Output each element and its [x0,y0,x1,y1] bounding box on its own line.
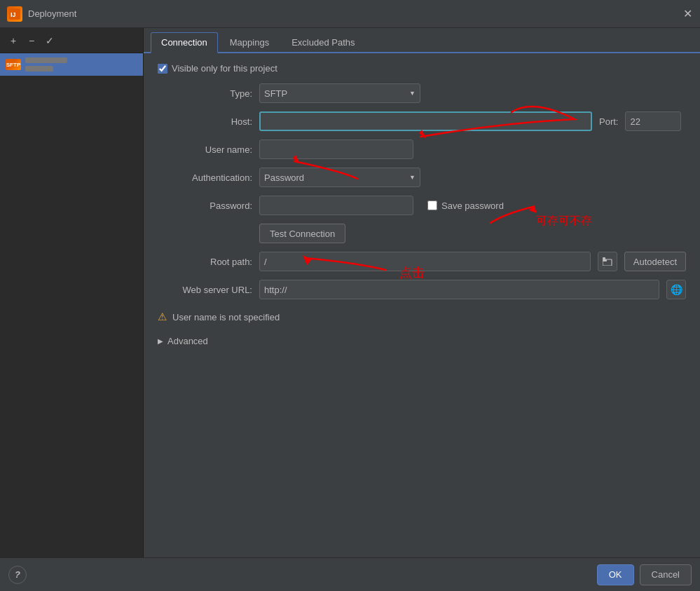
tab-connection[interactable]: Connection [151,32,218,53]
root-path-input[interactable] [259,252,591,271]
root-path-row: Root path: Autodetect [158,252,686,271]
auth-select[interactable]: Password Key pair (OpenSSH or PuTTY) Ope… [259,168,420,187]
type-row: Type: SFTP FTP FTPS Local or mounted fol… [158,83,686,103]
cancel-button[interactable]: Cancel [640,564,692,585]
svg-text:IJ: IJ [11,11,16,18]
username-input[interactable] [259,140,413,159]
ok-button[interactable]: OK [597,564,634,585]
svg-rect-4 [603,257,605,259]
add-button[interactable]: + [6,33,21,48]
host-row: Host: Port: [158,111,686,131]
close-button[interactable]: ✕ [682,8,693,20]
save-password-checkbox[interactable] [427,201,437,210]
advanced-row[interactable]: ▶ Advanced [158,333,686,349]
host-label: Host: [158,116,252,127]
autodetect-button[interactable]: Autodetect [624,252,686,271]
warning-icon: ⚠ [158,311,167,323]
test-connection-button[interactable]: Test Connection [259,224,345,243]
port-label: Port: [599,116,618,127]
check-button[interactable]: ✓ [42,33,57,48]
main-layout: + − ✓ SFTP Connection Mappings Excluded … [0,28,700,557]
host-input[interactable] [259,111,592,131]
bottom-buttons: OK Cancel [597,564,692,585]
auth-row: Authentication: Password Key pair (OpenS… [158,168,686,187]
type-select[interactable]: SFTP FTP FTPS Local or mounted folder [259,83,420,103]
remove-button[interactable]: − [24,33,39,48]
password-row: Password: Save password [158,196,686,215]
globe-button[interactable]: 🌐 [666,280,686,299]
browse-button[interactable] [598,252,617,271]
warning-text: User name is not specified [172,312,280,322]
visible-checkbox-row: Visible only for this project [158,63,686,74]
password-input[interactable] [259,196,413,215]
root-path-label: Root path: [158,257,252,267]
help-button[interactable]: ? [8,566,27,584]
sidebar-item-sub-bar [25,66,53,72]
type-label: Type: [158,88,252,99]
tabs: Connection Mappings Excluded Paths [144,28,700,53]
sidebar: + − ✓ SFTP [0,28,144,557]
password-label: Password: [158,201,252,211]
form-area: Visible only for this project Type: SFTP… [144,53,700,557]
web-server-input[interactable] [259,280,659,299]
type-select-wrapper: SFTP FTP FTPS Local or mounted folder [259,83,420,103]
port-input[interactable] [625,111,681,131]
warning-row: ⚠ User name is not specified [158,308,686,326]
save-password-label[interactable]: Save password [441,201,504,211]
sidebar-toolbar: + − ✓ [0,28,143,53]
deployment-window: IJ Deployment ✕ + − ✓ SFTP [0,0,700,591]
tab-mappings[interactable]: Mappings [219,32,280,52]
username-row: User name: [158,140,686,159]
bottom-bar: ? OK Cancel [0,557,700,591]
sidebar-item-server[interactable]: SFTP [0,53,143,76]
auth-select-wrapper: Password Key pair (OpenSSH or PuTTY) Ope… [259,168,420,187]
tab-excluded-paths[interactable]: Excluded Paths [281,32,365,52]
window-title: Deployment [28,8,682,19]
chevron-right-icon: ▶ [158,337,163,345]
app-logo: IJ [7,6,22,22]
content-area: Connection Mappings Excluded Paths Visib… [144,28,700,557]
advanced-label: Advanced [167,336,208,346]
visible-checkbox-label[interactable]: Visible only for this project [172,63,277,74]
visible-checkbox[interactable] [158,64,167,74]
username-label: User name: [158,144,252,155]
server-icon: SFTP [6,59,21,70]
web-server-row: Web server URL: 🌐 [158,280,686,299]
sidebar-item-name-bar [25,57,67,63]
svg-rect-3 [603,259,607,261]
title-bar: IJ Deployment ✕ [0,0,700,28]
auth-label: Authentication: [158,172,252,183]
web-server-label: Web server URL: [158,285,252,295]
test-connection-row: Test Connection [158,224,686,243]
save-password-area: Save password [427,201,504,211]
